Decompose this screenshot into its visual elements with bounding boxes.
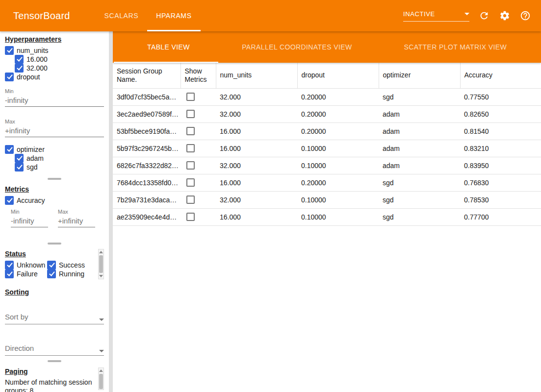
optimizer-value: sgd [379, 191, 460, 208]
accuracy-max-input[interactable]: +infinity [58, 216, 95, 227]
hparam-num-units[interactable]: num_units [5, 46, 104, 55]
paging-scrollbar[interactable] [98, 368, 104, 390]
num-units-value-32[interactable]: 32.000 [5, 64, 104, 73]
table-row[interactable]: 7684dcc13358fd0… 16.000 0.20000 sgd 0.76… [113, 174, 541, 191]
table-row[interactable]: 5b97f3c2967245b… 16.000 0.10000 adam 0.8… [113, 140, 541, 157]
value-32-checkbox[interactable] [15, 64, 24, 73]
optimizer-value-sgd[interactable]: sgd [5, 163, 104, 172]
table-row[interactable]: 6826c7fa3322d82… 32.000 0.10000 adam 0.8… [113, 157, 541, 174]
show-metrics-checkbox[interactable] [186, 161, 195, 170]
table-row[interactable]: 3ec2aed9e07589f… 32.000 0.20000 adam 0.8… [113, 105, 541, 122]
scrollbar-thumb[interactable] [99, 374, 103, 389]
dropout-min-input[interactable]: -infinity [5, 95, 104, 107]
num-units-value: 16.000 [216, 122, 297, 140]
refresh-button[interactable] [478, 10, 490, 22]
show-metrics-checkbox[interactable] [186, 144, 195, 152]
optimizer-value: sgd [379, 174, 460, 191]
app-title: TensorBoard [13, 10, 70, 22]
optimizer-value: adam [379, 140, 460, 157]
dropout-checkbox[interactable] [5, 73, 14, 81]
table-row[interactable]: 3df0d7cf35bec5a… 32.000 0.20000 sgd 0.77… [113, 88, 541, 105]
sorting-pane: Sorting Sort by Direction [0, 284, 109, 359]
accuracy-value: 0.83210 [460, 140, 541, 157]
page-content: Hyperparameters num_units 16.000 32.000 … [0, 31, 541, 392]
num-units-value-16[interactable]: 16.000 [5, 55, 104, 64]
table-row[interactable]: 7b29a731e3daca… 32.000 0.10000 sgd 0.785… [113, 191, 541, 208]
scroll-down-icon[interactable] [99, 275, 103, 277]
status-pane: Status Unknown Success Failure Running [0, 246, 109, 284]
table-header-row: Session Group Name. Show Metrics num_uni… [113, 63, 541, 88]
scroll-up-icon[interactable] [99, 251, 103, 253]
table-row[interactable]: 53bf5bece9190fa… 16.000 0.20000 adam 0.8… [113, 122, 541, 140]
dropout-max-input[interactable]: +infinity [5, 125, 104, 137]
col-num-units[interactable]: num_units [216, 63, 297, 88]
adam-checkbox[interactable] [15, 154, 24, 163]
failure-checkbox[interactable] [5, 270, 14, 278]
tab-table-view[interactable]: TABLE VIEW [113, 31, 224, 63]
col-accuracy[interactable]: Accuracy [460, 63, 541, 88]
tab-hparams[interactable]: HPARAMS [147, 0, 200, 31]
success-checkbox[interactable] [47, 261, 56, 270]
hparam-dropout[interactable]: dropout [5, 73, 104, 81]
show-metrics-checkbox[interactable] [186, 93, 195, 101]
accuracy-value: 0.77700 [460, 208, 541, 225]
scrollbar-thumb[interactable] [99, 255, 103, 273]
status-success[interactable]: Success [47, 261, 104, 270]
session-group-name: 3df0d7cf35bec5a… [113, 88, 180, 105]
status-scrollbar[interactable] [98, 249, 104, 279]
show-metrics-checkbox[interactable] [186, 196, 195, 204]
plugin-tabs: SCALARS HPARAMS [96, 0, 201, 31]
accuracy-min-label: Min [11, 209, 48, 215]
status-unknown[interactable]: Unknown [5, 261, 47, 270]
show-metrics-cell [180, 122, 216, 140]
reload-interval-select[interactable]: INACTIVE [403, 10, 469, 22]
table-row[interactable]: ae235909ec4e4d… 16.000 0.10000 sgd 0.777… [113, 208, 541, 225]
col-dropout[interactable]: dropout [297, 63, 379, 88]
show-metrics-checkbox[interactable] [186, 110, 195, 118]
unknown-checkbox[interactable] [5, 261, 14, 270]
tab-scalars[interactable]: SCALARS [96, 0, 148, 31]
scroll-up-icon[interactable] [99, 369, 103, 372]
metric-accuracy[interactable]: Accuracy [5, 196, 104, 205]
accuracy-min-input[interactable]: -infinity [11, 216, 48, 227]
optimizer-value: sgd [379, 88, 460, 105]
settings-button[interactable] [499, 10, 511, 22]
pane-resize-handle[interactable] [0, 359, 109, 364]
col-show-metrics[interactable]: Show Metrics [180, 63, 216, 88]
hparams-main: TABLE VIEW PARALLEL COORDINATES VIEW SCA… [113, 31, 541, 392]
accuracy-max-label: Max [58, 209, 95, 215]
show-metrics-checkbox[interactable] [186, 178, 195, 187]
num-units-value: 16.000 [216, 174, 297, 191]
sgd-checkbox[interactable] [15, 163, 24, 172]
dropout-value: 0.20000 [297, 105, 379, 122]
metrics-heading: Metrics [5, 185, 104, 193]
col-optimizer[interactable]: optimizer [379, 63, 460, 88]
optimizer-value: adam [379, 105, 460, 122]
show-metrics-cell [180, 105, 216, 122]
accuracy-checkbox[interactable] [5, 196, 14, 205]
num-units-checkbox[interactable] [5, 46, 14, 55]
sort-by-select[interactable]: Sort by [5, 313, 104, 324]
tab-scatter-plot-matrix-view[interactable]: SCATTER PLOT MATRIX VIEW [370, 31, 541, 63]
value-16-checkbox[interactable] [15, 55, 24, 64]
pane-resize-handle[interactable] [0, 176, 109, 181]
optimizer-checkbox[interactable] [5, 145, 14, 154]
num-units-value: 32.000 [216, 105, 297, 122]
optimizer-value-adam[interactable]: adam [5, 154, 104, 163]
num-units-value: 32.000 [216, 157, 297, 174]
optimizer-value: adam [379, 157, 460, 174]
running-checkbox[interactable] [47, 270, 56, 278]
help-button[interactable] [519, 10, 531, 22]
session-group-name: 7684dcc13358fd0… [113, 174, 180, 191]
status-failure[interactable]: Failure [5, 270, 47, 278]
paging-heading: Paging [5, 368, 104, 375]
status-running[interactable]: Running [47, 270, 104, 278]
show-metrics-checkbox[interactable] [186, 213, 195, 221]
hparam-optimizer[interactable]: optimizer [5, 145, 104, 154]
running-label: Running [59, 270, 84, 278]
show-metrics-checkbox[interactable] [186, 127, 195, 135]
col-session-group-name[interactable]: Session Group Name. [113, 63, 180, 88]
tab-parallel-coordinates-view[interactable]: PARALLEL COORDINATES VIEW [224, 31, 370, 63]
pane-resize-handle[interactable] [0, 241, 109, 246]
direction-select[interactable]: Direction [5, 344, 104, 356]
